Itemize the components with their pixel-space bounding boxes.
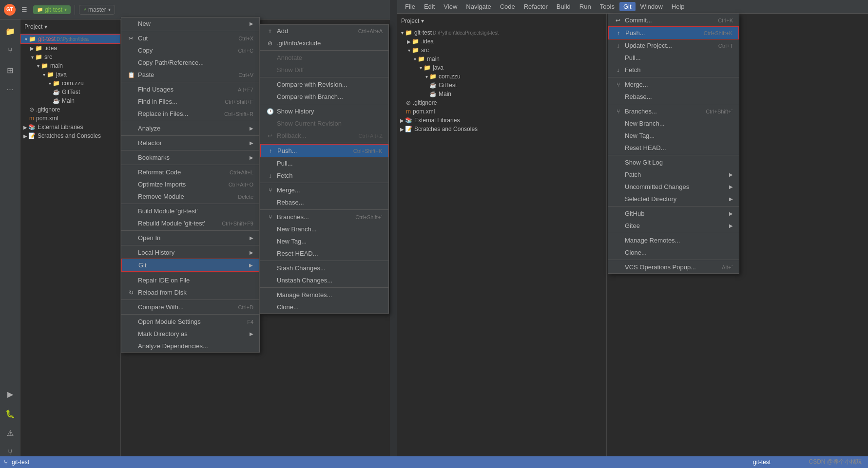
menu-edit[interactable]: Edit [420, 2, 439, 11]
menu-new[interactable]: New ▶ [121, 18, 259, 30]
run-icon[interactable]: ▶ [2, 386, 18, 402]
git-reset-head[interactable]: Reset HEAD... [260, 247, 388, 260]
menu-reload[interactable]: ↻Reload from Disk [121, 286, 259, 299]
menu-remove-module[interactable]: Remove Module Delete [121, 190, 259, 203]
tree-scratches-right[interactable]: ▶ 📝 Scratches and Consoles [397, 125, 606, 133]
dd-branches[interactable]: ⑂Branches... Ctrl+Shift+` [608, 105, 739, 117]
menu-copy-path[interactable]: Copy Path/Reference... [121, 56, 259, 69]
menu-module-settings[interactable]: Open Module Settings F4 [121, 316, 259, 328]
menu-optimize[interactable]: Optimize Imports Ctrl+Alt+O [121, 178, 259, 190]
menu-repair[interactable]: Repair IDE on File [121, 274, 259, 286]
menu-replace-files[interactable]: Replace in Files... Ctrl+Shift+R [121, 108, 259, 120]
git-show-diff[interactable]: Show Diff [260, 64, 388, 76]
menu-open-in[interactable]: Open In ▶ [121, 232, 259, 244]
dd-new-branch[interactable]: New Branch... [608, 117, 739, 130]
git-merge[interactable]: ⑂Merge... [260, 184, 388, 196]
tree-gitTest-right[interactable]: ☕ GitTest [397, 81, 606, 90]
menu-view[interactable]: View [440, 2, 461, 11]
git-info-exclude[interactable]: ⊘.git/info/exclude [260, 37, 388, 49]
menu-git-top[interactable]: Git [619, 2, 636, 11]
tree-scratches-left[interactable]: ▶ 📝 Scratches and Consoles [20, 131, 120, 140]
menu-build[interactable]: Build [553, 2, 575, 11]
tree-pomxml-right[interactable]: m pom.xml [397, 107, 606, 116]
dd-reset-head[interactable]: Reset HEAD... [608, 142, 739, 154]
dd-rebase[interactable]: Rebase... [608, 91, 739, 103]
tree-java-right[interactable]: ▾ 📁 java [397, 63, 606, 72]
branch-selector[interactable]: ⑂ master ▾ [79, 5, 115, 15]
tree-src-right[interactable]: ▾ 📁 src [397, 46, 606, 55]
hamburger-icon[interactable]: ☰ [19, 5, 29, 15]
menu-mark-dir[interactable]: Mark Directory as ▶ [121, 328, 259, 340]
git-compare-branch[interactable]: Compare with Branch... [260, 91, 388, 103]
menu-build-module[interactable]: Build Module 'git-test' [121, 205, 259, 217]
dd-fetch[interactable]: ↓Fetch [608, 64, 739, 76]
menu-run[interactable]: Run [576, 2, 595, 11]
git-show-current[interactable]: Show Current Revision [260, 117, 388, 130]
git-branches[interactable]: ⑂Branches... Ctrl+Shift+` [260, 211, 388, 223]
dd-patch[interactable]: Patch ▶ [608, 168, 739, 181]
git-icon[interactable]: ⑂ [2, 43, 18, 58]
menu-refactor[interactable]: Refactor ▶ [121, 137, 259, 149]
tree-src-left[interactable]: ▾ 📁 src [20, 53, 120, 61]
tree-java-left[interactable]: ▾ 📁 java [20, 70, 120, 79]
menu-code[interactable]: Code [496, 2, 519, 11]
git-pull[interactable]: Pull... [260, 157, 388, 169]
git-rebase[interactable]: Rebase... [260, 196, 388, 208]
menu-local-history[interactable]: Local History ▶ [121, 246, 259, 259]
git-add[interactable]: +Add Ctrl+Alt+A [260, 25, 388, 37]
tree-root-left[interactable]: ▾ 📁 git-test D:\Python\Idea [20, 34, 120, 44]
dd-push[interactable]: ↑Push... Ctrl+Shift+K [608, 26, 739, 39]
tree-comzzu-right[interactable]: ▾ 📁 com.zzu [397, 72, 606, 81]
tree-main-file-right[interactable]: ☕ Main [397, 90, 606, 98]
tree-idea-right[interactable]: ▶ 📁 .idea [397, 37, 606, 46]
dd-vcs-popup[interactable]: VCS Operations Popup... Alt+` [608, 261, 739, 273]
menu-git[interactable]: Git ▶ [121, 259, 259, 272]
git-compare-revision[interactable]: Compare with Revision... [260, 78, 388, 91]
git-show-history[interactable]: 🕐Show History [260, 105, 388, 117]
git-stash[interactable]: Stash Changes... [260, 262, 388, 274]
tree-main-left[interactable]: ▾ 📁 main [20, 61, 120, 70]
structure-icon[interactable]: ⊞ [2, 62, 18, 78]
tree-gitTest-left[interactable]: ☕ GitTest [20, 88, 120, 96]
git-manage-remotes[interactable]: Manage Remotes... [260, 289, 388, 301]
menu-find-files[interactable]: Find in Files... Ctrl+Shift+F [121, 95, 259, 108]
menu-paste[interactable]: 📋Paste Ctrl+V [121, 69, 259, 81]
dd-uncommitted[interactable]: Uncommitted Changes ▶ [608, 181, 739, 193]
tree-comzzu-left[interactable]: ▾ 📁 com.zzu [20, 79, 120, 88]
menu-rebuild-module[interactable]: Rebuild Module 'git-test' Ctrl+Shift+F9 [121, 217, 259, 229]
dd-show-git-log[interactable]: Show Git Log [608, 156, 739, 168]
dd-manage-remotes[interactable]: Manage Remotes... [608, 234, 739, 246]
dd-new-tag[interactable]: New Tag... [608, 130, 739, 142]
menu-window[interactable]: Window [637, 2, 667, 11]
git-rollback[interactable]: ↩Rollback... Ctrl+Alt+Z [260, 130, 388, 142]
menu-refactor[interactable]: Refactor [520, 2, 552, 11]
menu-navigate[interactable]: Navigate [462, 2, 495, 11]
menu-help[interactable]: Help [668, 2, 689, 11]
git-annotate[interactable]: Annotate [260, 52, 388, 64]
tree-root-right[interactable]: ▾ 📁 git-test D:\Python\IdeaProjects\git-… [397, 28, 606, 37]
git-unstash[interactable]: Unstash Changes... [260, 274, 388, 286]
menu-analyze[interactable]: Analyze ▶ [121, 122, 259, 134]
dd-merge[interactable]: ⑂Merge... [608, 78, 739, 91]
git-clone[interactable]: Clone... [260, 301, 388, 313]
tree-extlib-left[interactable]: ▶ 📚 External Libraries [20, 123, 120, 131]
git-push[interactable]: ↑Push... Ctrl+Shift+K [260, 144, 388, 157]
git-fetch[interactable]: ↓Fetch [260, 169, 388, 182]
tree-main-right[interactable]: ▾ 📁 main [397, 55, 606, 63]
git-new-tag[interactable]: New Tag... [260, 235, 388, 247]
tree-main-file-left[interactable]: ☕ Main [20, 96, 120, 105]
menu-analyze-deps[interactable]: Analyze Dependencies... [121, 340, 259, 352]
tree-extlib-right[interactable]: ▶ 📚 External Libraries [397, 116, 606, 125]
menu-compare-with[interactable]: Compare With... Ctrl+D [121, 301, 259, 313]
dd-update[interactable]: ↓Update Project... Ctrl+T [608, 39, 739, 52]
git-new-branch[interactable]: New Branch... [260, 223, 388, 235]
menu-tools[interactable]: Tools [596, 2, 618, 11]
tree-gitignore-right[interactable]: ⊘ .gitignore [397, 98, 606, 107]
more-icon[interactable]: ··· [2, 82, 18, 97]
menu-copy[interactable]: Copy Ctrl+C [121, 44, 259, 56]
menu-cut[interactable]: ✂Cut Ctrl+X [121, 32, 259, 44]
dd-clone[interactable]: Clone... [608, 246, 739, 259]
dd-github[interactable]: GitHub ▶ [608, 207, 739, 220]
tree-pomxml-left[interactable]: m pom.xml [20, 114, 120, 123]
dd-pull[interactable]: Pull... [608, 52, 739, 64]
